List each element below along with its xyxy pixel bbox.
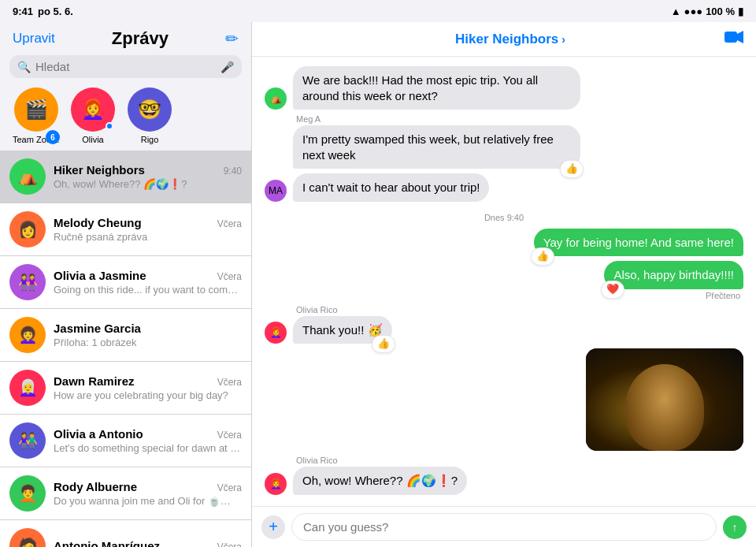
video-call-button[interactable] xyxy=(724,30,743,48)
conv-preview: Ručně psaná zpráva xyxy=(54,231,242,243)
add-attachment-button[interactable]: + xyxy=(261,515,285,539)
battery-label: 100 % xyxy=(706,6,735,17)
conv-time: Včera xyxy=(217,430,242,441)
conv-time: Včera xyxy=(217,377,242,388)
msg-avatar: ⛺ xyxy=(265,87,287,110)
sidebar-header: Upravit Zprávy ✏ xyxy=(0,22,251,52)
message-row: 👩‍🦰 Olivia Rico Thank you!! 🥳 👍 xyxy=(265,305,743,344)
conv-preview: Going on this ride... if you want to com… xyxy=(54,284,242,296)
conv-content: Olivia a Antonio Včera Let's do somethin… xyxy=(54,427,242,454)
conv-time: Včera xyxy=(217,271,242,282)
conv-avatar: 👭 xyxy=(9,264,46,300)
conv-name: Antonio Manríquez xyxy=(54,539,160,548)
chat-header: Hiker Neighbors › xyxy=(252,22,756,57)
sidebar-title: Zprávy xyxy=(55,28,225,49)
msg-sender-name: Olivia Rico xyxy=(293,456,467,465)
reaction-bubble: 👍 xyxy=(372,335,395,353)
msg-bubble[interactable]: Yay for being home! And same here! 👍 xyxy=(534,229,743,257)
reaction-bubble: ❤️ xyxy=(601,281,624,299)
edit-button[interactable]: Upravit xyxy=(13,31,55,47)
conv-time: 9:40 xyxy=(224,166,242,177)
msg-avatar: MA xyxy=(265,180,287,202)
battery-icon: ▮ xyxy=(738,6,743,17)
message-row: Yay for being home! And same here! 👍 xyxy=(265,229,743,257)
chat-input-bar: + ↑ xyxy=(252,506,756,547)
msg-bubble[interactable]: I can't wait to hear about your trip! xyxy=(293,173,489,202)
msg-sender-name: Olivia Rico xyxy=(293,305,392,314)
message-row: MA I can't wait to hear about your trip! xyxy=(265,173,743,202)
timestamp-divider: Dnes 9:40 xyxy=(265,213,743,222)
mic-icon[interactable]: 🎤 xyxy=(220,61,234,73)
conv-time: Včera xyxy=(217,482,242,493)
pinned-avatar-olivia: 👩‍🦰 xyxy=(71,87,115,132)
conv-item-hiker-neighbors[interactable]: ⛺ Hiker Neighbors 9:40 Oh, wow! Where?? … xyxy=(0,151,251,203)
conv-avatar: 🧑 xyxy=(9,528,46,547)
chat-panel: Hiker Neighbors › ⛺ We are back!!! Had t… xyxy=(252,22,756,547)
svg-marker-1 xyxy=(737,31,743,43)
unread-badge: 6 xyxy=(46,130,60,144)
msg-bubble-wrap: Yay for being home! And same here! 👍 xyxy=(534,229,743,257)
message-row: Meg A I'm pretty swamped this week, but … xyxy=(265,114,743,169)
conv-avatar: 👩‍🦳 xyxy=(9,370,46,406)
chat-title-button[interactable]: Hiker Neighbors › xyxy=(455,32,565,47)
pinned-item-rigo[interactable]: 🤓 Rigo xyxy=(126,87,173,144)
conv-name: Jasmine Garcia xyxy=(54,322,141,335)
conv-item-melody-cheung[interactable]: 👩 Melody Cheung Včera Ručně psaná zpráva xyxy=(0,203,251,256)
chat-messages: ⛺ We are back!!! Had the most epic trip.… xyxy=(252,57,756,506)
search-bar: 🔍 🎤 xyxy=(9,55,242,78)
message-input[interactable] xyxy=(291,513,717,541)
pinned-item-team-zoetrope[interactable]: 🌈🤩 What a lovely day, sunshine! 🎬 6 Team… xyxy=(13,87,60,144)
conv-item-jasmine-garcia[interactable]: 👩‍🦱 Jasmine Garcia Příloha: 1 obrázek xyxy=(0,309,251,362)
svg-rect-0 xyxy=(724,32,737,43)
msg-bubble[interactable]: I'm pretty swamped this week, but relati… xyxy=(293,125,580,169)
msg-bubble[interactable]: We are back!!! Had the most epic trip. Y… xyxy=(293,66,580,110)
conv-content: Antonio Manríquez Včera xyxy=(54,539,242,548)
reaction-bubble: 👍 xyxy=(560,160,584,178)
conv-content: Hiker Neighbors 9:40 Oh, wow! Where?? 🌈🌍… xyxy=(54,163,242,190)
msg-bubble-wrap: We are back!!! Had the most epic trip. Y… xyxy=(293,66,580,110)
conv-preview: Příloha: 1 obrázek xyxy=(54,337,242,348)
msg-bubble[interactable]: Also, happy birthday!!!! ❤️ xyxy=(604,261,743,289)
conv-item-olivia-jasmine[interactable]: 👭 Olivia a Jasmine Včera Going on this r… xyxy=(0,256,251,309)
conv-preview: Oh, wow! Where?? 🌈🌍❗? xyxy=(54,178,242,190)
send-button[interactable]: ↑ xyxy=(723,515,747,539)
conv-content: Rody Albuerne Včera Do you wanna join me… xyxy=(54,480,242,507)
app-container: Upravit Zprávy ✏ 🔍 🎤 🌈🤩 What a lovely da… xyxy=(0,22,756,547)
sidebar: Upravit Zprávy ✏ 🔍 🎤 🌈🤩 What a lovely da… xyxy=(0,22,252,547)
msg-bubble[interactable]: Thank you!! 🥳 👍 xyxy=(293,316,392,344)
chat-title: Hiker Neighbors xyxy=(455,32,558,47)
conv-avatar: 👩‍🦱 xyxy=(9,317,46,353)
search-input[interactable] xyxy=(35,60,216,73)
pinned-label-olivia: Olivia xyxy=(82,135,104,144)
msg-bubble-wrap: Olivia Rico Oh, wow! Where?? 🌈🌍❗? xyxy=(293,456,467,495)
conv-preview: Do you wanna join me and Oli for 🍵☕🥐 bre… xyxy=(54,495,242,507)
pinned-avatar-rigo: 🤓 xyxy=(128,87,172,132)
conv-avatar: ⛺ xyxy=(9,158,46,195)
pinned-item-olivia[interactable]: 👩‍🦰 Olivia xyxy=(69,87,117,144)
message-row: 👩‍🦰 Olivia Rico Oh, wow! Where?? 🌈🌍❗? xyxy=(265,456,743,495)
reaction-bubble: 👍 xyxy=(531,247,554,266)
conv-avatar: 👫 xyxy=(9,422,46,459)
msg-avatar: 👩‍🦰 xyxy=(265,473,287,495)
msg-avatar: 👩‍🦰 xyxy=(265,322,287,344)
chevron-icon: › xyxy=(561,33,565,46)
conv-content: Melody Cheung Včera Ručně psaná zpráva xyxy=(54,216,242,243)
conv-content: Dawn Ramirez Včera How are you celebrati… xyxy=(54,374,242,401)
msg-bubble-wrap: Also, happy birthday!!!! ❤️ Přečteno xyxy=(604,261,743,300)
photo-bubble[interactable] xyxy=(586,348,743,451)
conv-avatar: 🧑‍🦱 xyxy=(9,475,46,512)
status-time: 9:41 xyxy=(13,6,33,17)
message-row: Also, happy birthday!!!! ❤️ Přečteno xyxy=(265,261,743,300)
msg-bubble[interactable]: Oh, wow! Where?? 🌈🌍❗? xyxy=(293,467,467,495)
message-row: ⛺ We are back!!! Had the most epic trip.… xyxy=(265,66,743,110)
conv-item-rody-albuerne[interactable]: 🧑‍🦱 Rody Albuerne Včera Do you wanna joi… xyxy=(0,467,251,520)
conv-content: Olivia a Jasmine Včera Going on this rid… xyxy=(54,269,242,296)
compose-button[interactable]: ✏ xyxy=(225,29,239,48)
pinned-label-rigo: Rigo xyxy=(141,135,159,144)
conv-item-antonio-manriquez[interactable]: 🧑 Antonio Manríquez Včera xyxy=(0,520,251,547)
msg-bubble-wrap: Meg A I'm pretty swamped this week, but … xyxy=(293,114,580,169)
conv-item-olivia-antonio[interactable]: 👫 Olivia a Antonio Včera Let's do someth… xyxy=(0,415,251,467)
conv-item-dawn-ramirez[interactable]: 👩‍🦳 Dawn Ramirez Včera How are you celeb… xyxy=(0,362,251,415)
msg-bubble-wrap: Olivia Rico Thank you!! 🥳 👍 xyxy=(293,305,392,344)
conv-name: Olivia a Jasmine xyxy=(54,269,146,282)
